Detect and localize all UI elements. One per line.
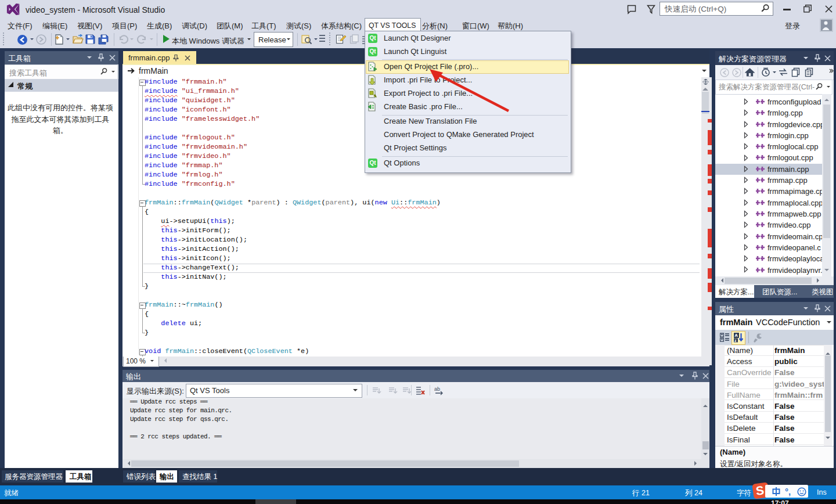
svg-text:A: A (734, 333, 738, 338)
svg-text:ab: ab (434, 386, 440, 392)
svg-text:z: z (734, 339, 737, 343)
